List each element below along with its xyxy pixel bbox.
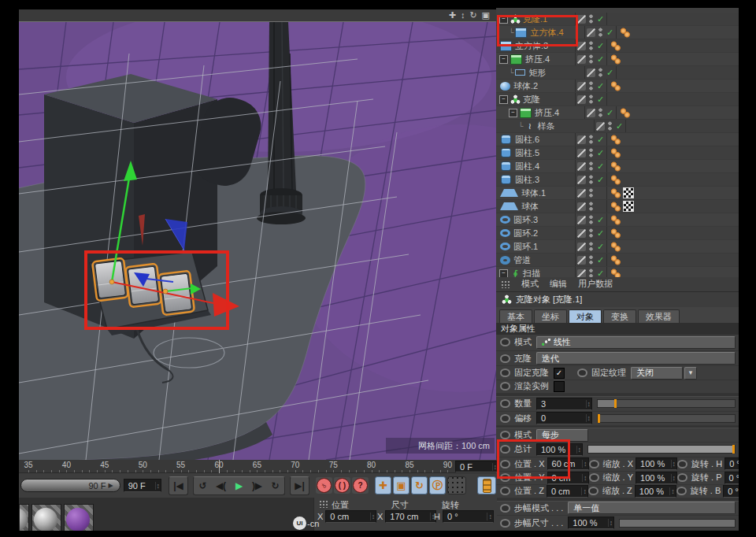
enabled-check-icon[interactable]: ✓ [604,66,617,79]
total-field[interactable]: 100 %↕ [536,443,583,456]
step-dropdown[interactable]: 每步 [536,429,588,442]
clones-dropdown[interactable]: 迭代 [536,352,736,365]
expand-toggle-icon[interactable]: − [499,55,508,64]
param-radio[interactable] [588,487,598,495]
param-radio[interactable] [500,504,510,513]
record-parameter-button[interactable]: Ⓟ [429,476,446,494]
object-row[interactable]: −克隆✓ [496,93,739,106]
clone-icon[interactable] [510,94,521,105]
layer-chip-icon[interactable] [577,269,586,278]
layer-column[interactable] [576,216,587,224]
layer-chip-icon[interactable] [577,202,586,211]
stepper-icon[interactable]: ↕ [487,513,493,520]
menu-userdata[interactable]: 用户数据 [578,278,613,290]
material-thumbnail[interactable] [32,504,61,532]
material-thumbnail[interactable] [64,504,94,532]
param-radio[interactable] [500,368,510,377]
object-name-cell[interactable]: 球体 [496,200,576,213]
step-mode-dropdown[interactable]: 单一值 [568,502,736,514]
param-radio[interactable] [500,487,510,495]
object-name-cell[interactable]: 圆柱.5 [496,146,576,159]
layer-chip-icon[interactable] [577,55,586,64]
stepper-icon[interactable]: ↕ [581,487,587,495]
cone-icon[interactable] [500,202,518,210]
object-name-cell[interactable]: └≀样条 [496,120,595,132]
sweep-icon[interactable]: ∮ [510,268,521,278]
pan-icon[interactable]: ✚ [449,11,456,20]
object-name-cell[interactable]: 圆环.1 [496,240,576,253]
layer-column[interactable] [576,256,587,265]
phong-tag-icon[interactable] [610,268,621,278]
expand-toggle-icon[interactable]: − [499,269,508,278]
menu-edit[interactable]: 编辑 [550,278,567,290]
extrude-icon[interactable] [520,108,532,118]
stepper-icon[interactable]: ↕ [586,414,592,422]
record-pla-button[interactable] [447,476,466,494]
enabled-check-icon[interactable] [595,200,607,213]
object-row[interactable]: 圆环.3✓ [496,213,739,227]
param-radio[interactable] [500,519,510,528]
enabled-check-icon[interactable]: ✓ [595,267,607,277]
zoom-icon[interactable]: ↕ [461,11,465,20]
torus-icon[interactable] [500,216,510,224]
param-radio[interactable] [500,414,510,423]
cylinder-icon[interactable] [501,148,511,157]
material-thumbnail[interactable] [19,504,29,532]
layer-chip-icon[interactable] [577,162,586,171]
stepper-icon[interactable]: ↕ [671,460,677,468]
visibility-dots-icon[interactable] [587,242,595,251]
object-row[interactable]: 圆柱.5✓ [496,146,739,160]
layer-column[interactable] [576,149,587,157]
object-name-cell[interactable]: 管道 [496,254,576,266]
mode-dropdown[interactable]: 线性 [536,336,736,349]
phong-tag-icon[interactable] [610,242,621,252]
param-radio[interactable] [677,473,687,482]
phong-tag-icon[interactable] [610,215,621,225]
play-forward-button[interactable]: ↻ [266,477,284,494]
rotate-icon[interactable]: ↻ [469,11,476,20]
visibility-dots-icon[interactable] [587,255,595,265]
visibility-dots-icon[interactable] [587,14,595,24]
enabled-check-icon[interactable]: ✓ [595,146,607,159]
visibility-dots-icon[interactable] [606,121,613,131]
enabled-check-icon[interactable]: ✓ [595,240,607,253]
param-radio[interactable] [500,382,510,391]
layer-column[interactable] [576,176,587,184]
stepper-icon[interactable]: ↕ [155,482,161,490]
spline-icon[interactable]: ≀ [524,121,535,131]
param-radio[interactable] [676,487,687,495]
layer-column[interactable] [576,42,587,50]
frame-spinner-field[interactable]: 90 F↕ [124,479,161,492]
torus-icon[interactable] [500,243,510,250]
layer-column[interactable] [585,109,597,117]
expand-toggle-icon[interactable]: − [499,95,508,104]
tab-坐标[interactable]: 坐标 [534,309,567,323]
enabled-check-icon[interactable]: ✓ [595,53,607,65]
enabled-check-icon[interactable]: ✓ [595,213,607,226]
transform-field[interactable]: 100 %↕ [636,457,677,470]
tab-变换[interactable]: 变换 [603,309,636,323]
phong-tag-icon[interactable] [610,161,621,172]
next-frame-button[interactable]: )▶ [248,477,266,494]
object-row[interactable]: └立方体.4✓ [496,26,739,39]
coordinate-input[interactable]: 0 cm↕ [325,510,376,523]
prev-frame-button[interactable]: ◀( [212,477,230,494]
render-instance-checkbox[interactable] [554,381,565,392]
record-position-button[interactable]: ✚ [375,476,391,494]
enabled-check-icon[interactable]: ✓ [595,39,607,52]
layer-chip-icon[interactable] [577,216,586,224]
step-size-field[interactable]: 100 %↕ [568,517,614,529]
object-row[interactable]: 圆柱.6✓ [496,133,739,146]
stepper-icon[interactable]: ↕ [669,487,676,495]
param-radio[interactable] [500,354,510,363]
phong-tag-icon[interactable] [610,255,621,265]
layer-column[interactable] [585,28,597,37]
expand-toggle-icon[interactable]: − [509,109,517,117]
transform-field[interactable]: 0 °↕ [724,472,739,484]
object-row[interactable]: 球体 [496,200,739,213]
enabled-check-icon[interactable]: ✓ [595,133,607,146]
object-row[interactable]: └矩形✓ [496,66,739,80]
param-radio[interactable] [500,460,510,468]
transform-field[interactable]: 60 cm↕ [547,457,589,470]
play-button[interactable]: ▶ [230,477,248,494]
